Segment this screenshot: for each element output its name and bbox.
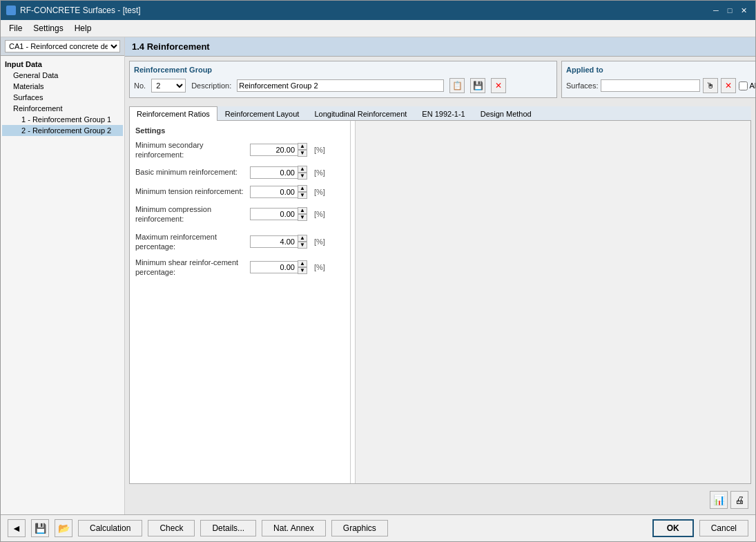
setting-label-2: Minimum tension reinforcement:: [135, 186, 246, 196]
all-checkbox-label: All: [739, 81, 755, 90]
setting-input-3[interactable]: [250, 208, 298, 220]
spin-up-2[interactable]: ▲: [298, 185, 307, 192]
tab-reinforcement-ratios[interactable]: Reinforcement Ratios: [129, 106, 217, 121]
setting-unit-0: [%]: [314, 146, 325, 154]
spin-down-1[interactable]: ▼: [298, 173, 307, 180]
title-bar-left: RF-CONCRETE Surfaces - [test]: [6, 6, 141, 15]
main-window: RF-CONCRETE Surfaces - [test] ─ □ ✕ File…: [0, 0, 756, 542]
surfaces-clear-button[interactable]: ✕: [721, 78, 736, 93]
delete-button[interactable]: ✕: [491, 78, 506, 93]
desc-input[interactable]: [237, 79, 444, 92]
spin-down-3[interactable]: ▼: [298, 214, 307, 221]
bottom-toolbar: ◄ 💾 📂 Calculation Check Details... Nat. …: [1, 514, 755, 541]
tabs-content: Settings Minimum secondary reinforcement…: [129, 121, 751, 484]
sidebar-item-materials[interactable]: Materials: [2, 81, 123, 92]
no-label: No.: [134, 81, 146, 90]
calculation-button[interactable]: Calculation: [78, 520, 142, 536]
desc-label: Description:: [191, 81, 231, 90]
menu-file[interactable]: File: [3, 21, 28, 35]
spin-wrapper-1: ▲ ▼: [250, 166, 307, 180]
top-row: Reinforcement Group No. 2 Description: 📋…: [129, 61, 751, 98]
export-table-button[interactable]: 📊: [710, 491, 728, 509]
graphics-button[interactable]: Graphics: [331, 520, 388, 536]
setting-unit-5: [%]: [314, 263, 325, 271]
tab-design-method[interactable]: Design Method: [473, 106, 539, 121]
details-button[interactable]: Details...: [200, 520, 256, 536]
sidebar-item-reinforcement[interactable]: Reinforcement: [2, 103, 123, 114]
sidebar-item-group-1[interactable]: 1 - Reinforcement Group 1: [2, 114, 123, 125]
maximize-button[interactable]: □: [724, 4, 736, 17]
applied-to-title: Applied to: [566, 66, 755, 74]
print-table-button[interactable]: 🖨: [730, 491, 748, 509]
setting-row-0: Minimum secondary reinforcement: ▲ ▼ [%]: [135, 140, 345, 160]
copy-button[interactable]: 📋: [449, 78, 465, 93]
spin-btns-1: ▲ ▼: [298, 166, 307, 180]
spin-up-4[interactable]: ▲: [298, 235, 307, 242]
spin-down-4[interactable]: ▼: [298, 242, 307, 249]
setting-row-3: Minimum compression reinforcement: ▲ ▼ […: [135, 204, 345, 224]
bottom-icon-row: 📊 🖨: [129, 488, 751, 510]
setting-unit-3: [%]: [314, 210, 325, 218]
sidebar-item-surfaces[interactable]: Surfaces: [2, 92, 123, 103]
surfaces-pick-button[interactable]: 🖱: [703, 78, 718, 93]
spin-wrapper-3: ▲ ▼: [250, 207, 307, 221]
setting-input-5[interactable]: [250, 261, 298, 273]
section-title: 1.4 Reinforcement: [132, 41, 210, 52]
sidebar-tree: Input Data General Data Materials Surfac…: [1, 56, 124, 514]
setting-row-1: Basic minimum reinforcement: ▲ ▼ [%]: [135, 166, 345, 180]
ok-button[interactable]: OK: [652, 519, 694, 537]
setting-label-4: Maximum reinforcement percentage:: [135, 232, 246, 252]
spin-btns-3: ▲ ▼: [298, 207, 307, 221]
sidebar-item-general-data[interactable]: General Data: [2, 70, 123, 81]
tab-longitudinal[interactable]: Longitudinal Reinforcement: [307, 106, 414, 121]
case-selector[interactable]: CA1 - Reinforced concrete desi: [5, 40, 120, 52]
spin-btns-5: ▲ ▼: [298, 260, 307, 274]
spin-wrapper-2: ▲ ▼: [250, 185, 307, 199]
all-checkbox[interactable]: [739, 81, 748, 90]
spin-up-1[interactable]: ▲: [298, 166, 307, 173]
spin-down-5[interactable]: ▼: [298, 267, 307, 274]
setting-input-1[interactable]: [250, 166, 298, 179]
setting-label-1: Basic minimum reinforcement:: [135, 167, 246, 177]
setting-unit-4: [%]: [314, 238, 325, 246]
setting-row-2: Minimum tension reinforcement: ▲ ▼ [%]: [135, 185, 345, 199]
check-button[interactable]: Check: [148, 520, 195, 536]
setting-input-4[interactable]: [250, 235, 298, 248]
tab-en-1992[interactable]: EN 1992-1-1: [414, 106, 472, 121]
app-icon: [6, 6, 16, 15]
spin-up-0[interactable]: ▲: [298, 143, 307, 150]
reinforcement-group-row: No. 2 Description: 📋 💾 ✕: [134, 78, 552, 93]
spin-wrapper-5: ▲ ▼: [250, 260, 307, 274]
setting-input-0[interactable]: [250, 144, 298, 156]
tab-reinforcement-layout[interactable]: Reinforcement Layout: [217, 106, 307, 121]
group-number-select[interactable]: 2: [151, 79, 186, 93]
minimize-button[interactable]: ─: [710, 4, 722, 17]
save-button[interactable]: 💾: [470, 78, 485, 93]
sidebar: CA1 - Reinforced concrete desi Input Dat…: [1, 37, 125, 514]
cancel-button[interactable]: Cancel: [699, 520, 748, 536]
open-file-button[interactable]: 📂: [55, 519, 72, 537]
setting-unit-1: [%]: [314, 168, 325, 177]
spin-up-3[interactable]: ▲: [298, 207, 307, 214]
surfaces-label: Surfaces:: [566, 81, 598, 90]
reinforcement-group-title: Reinforcement Group: [134, 66, 552, 74]
close-button[interactable]: ✕: [737, 4, 750, 17]
spin-down-2[interactable]: ▼: [298, 192, 307, 199]
spin-btns-4: ▲ ▼: [298, 235, 307, 249]
back-button[interactable]: ◄: [8, 519, 26, 537]
sidebar-item-group-2[interactable]: 2 - Reinforcement Group 2: [2, 125, 123, 136]
menu-help[interactable]: Help: [69, 21, 97, 35]
menu-settings[interactable]: Settings: [28, 21, 68, 35]
menu-bar: File Settings Help: [1, 20, 755, 37]
save-file-button[interactable]: 💾: [31, 519, 49, 537]
content-area: 1.4 Reinforcement Reinforcement Group No…: [125, 37, 755, 514]
spin-down-0[interactable]: ▼: [298, 150, 307, 157]
nat-annex-button[interactable]: Nat. Annex: [262, 520, 326, 536]
sidebar-item-input-data: Input Data: [2, 59, 123, 70]
setting-input-2[interactable]: [250, 186, 298, 198]
surfaces-input[interactable]: [601, 79, 700, 92]
setting-label-0: Minimum secondary reinforcement:: [135, 140, 246, 160]
spin-up-5[interactable]: ▲: [298, 260, 307, 267]
window-title: RF-CONCRETE Surfaces - [test]: [20, 6, 141, 15]
sidebar-header: CA1 - Reinforced concrete desi: [1, 37, 124, 56]
